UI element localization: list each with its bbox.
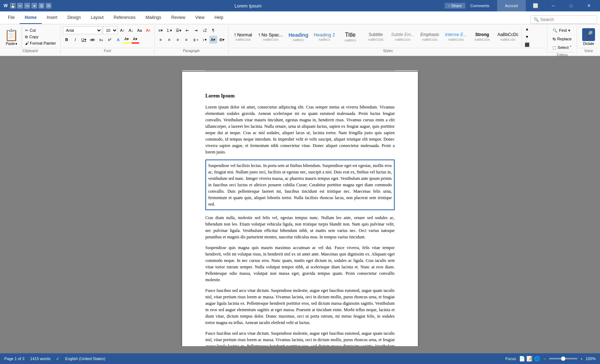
style-intense-em[interactable]: Intense E... AaBbCcDc <box>442 30 469 43</box>
text-highlight-button[interactable]: A▾ <box>123 36 131 44</box>
save-icon[interactable]: 💾 <box>10 3 16 9</box>
auto-save-icon[interactable]: ⟳ <box>46 3 51 9</box>
show-marks-button[interactable]: ¶ <box>209 26 217 34</box>
zoom-slider[interactable] <box>549 358 578 359</box>
styles-scroll-up[interactable]: ▲ <box>523 26 531 33</box>
tab-file[interactable]: File <box>3 11 20 24</box>
replace-icon: ⇆ <box>552 37 556 41</box>
user-account-icon[interactable]: Account <box>497 0 526 11</box>
web-layout-button[interactable]: 🌐 <box>534 356 540 362</box>
superscript-button[interactable]: x² <box>106 36 114 44</box>
align-left-button[interactable]: ≡ <box>157 36 165 44</box>
shading-button[interactable]: A▾ <box>209 36 217 44</box>
strikethrough-button[interactable]: ab <box>89 36 96 44</box>
read-mode-button[interactable]: 📄 <box>519 356 525 362</box>
styles-expand[interactable]: ⬛ <box>523 41 531 47</box>
line-spacing-button[interactable]: ↕▾ <box>201 36 209 44</box>
tab-layout[interactable]: Layout <box>86 11 109 24</box>
style-strong[interactable]: Strong AaBbCcDc <box>470 30 495 43</box>
replace-button[interactable]: ⇆ Replace <box>550 35 575 43</box>
search-box[interactable]: 🔍 <box>530 15 597 24</box>
style-title[interactable]: Title AaBbCc <box>338 30 363 44</box>
style-subtle-em[interactable]: Subtle Em... AaBbCcDc <box>389 30 417 43</box>
change-case-button[interactable]: Aa <box>136 26 144 34</box>
underline-button[interactable]: U▾ <box>80 36 88 44</box>
tab-references[interactable]: References <box>109 11 140 24</box>
subscript-button[interactable]: x₂ <box>97 36 105 44</box>
cut-button[interactable]: ✂ Cut <box>24 27 58 34</box>
italic-button[interactable]: I <box>71 36 79 44</box>
justify-button[interactable]: ≡ <box>182 36 190 44</box>
increase-font-button[interactable]: A↑ <box>119 26 126 34</box>
zoom-out-icon[interactable]: － <box>543 356 547 362</box>
font-group-label[interactable]: Font <box>63 48 152 54</box>
bold-button[interactable]: B <box>63 36 71 44</box>
style-heading2[interactable]: Heading 2 AaBbCc <box>311 30 338 44</box>
zoom-level[interactable]: 100% <box>586 357 596 361</box>
ribbon: File Home Insert Design Layout Reference… <box>0 11 600 56</box>
font-size-select[interactable]: 10.5 <box>103 26 118 34</box>
style-subtitle[interactable]: Subtitle AaBbCcDc <box>363 30 388 43</box>
editing-group-label[interactable]: Editing <box>550 52 575 58</box>
styles-scroll-down[interactable]: ▼ <box>523 33 531 41</box>
editing-group: 🔍 Find ▾ ⇆ Replace ⬚ Select ˅ Editing <box>548 26 577 54</box>
select-button[interactable]: ⬚ Select ˅ <box>550 44 575 51</box>
redo-icon[interactable]: ↪ <box>24 3 30 9</box>
ruler: | | | | | <box>182 70 418 71</box>
tab-review[interactable]: Review <box>166 11 190 24</box>
tab-home[interactable]: Home <box>20 11 41 24</box>
zoom-thumb[interactable] <box>561 357 565 361</box>
sort-button[interactable]: ↕Z <box>201 26 209 34</box>
proofing-icon[interactable]: ✓ <box>56 357 59 361</box>
share-button[interactable]: ↑ Share <box>445 3 465 9</box>
styles-group-label[interactable]: Styles <box>231 48 545 54</box>
tab-help[interactable]: Help <box>210 11 229 24</box>
print-layout-button[interactable]: 📝 <box>526 356 532 362</box>
zoom-in-icon[interactable]: ＋ <box>580 356 584 362</box>
clear-formatting-button[interactable]: Ax <box>144 26 152 34</box>
style-normal[interactable]: ¶ Normal AaBbCcDc <box>231 30 256 44</box>
tab-insert[interactable]: Insert <box>42 11 62 24</box>
decrease-indent-button[interactable]: ⇤ <box>184 26 191 34</box>
maximize-button[interactable]: □ <box>563 0 579 11</box>
bullets-button[interactable]: ≡▾ <box>157 26 165 34</box>
style-no-spacing[interactable]: ¶ No Spac... AaBbCcDc <box>256 30 286 44</box>
columns-button[interactable]: ⫼▾ <box>191 36 200 44</box>
multilevel-list-button[interactable]: ☰▾ <box>174 26 183 34</box>
comments-button[interactable]: Comments <box>467 3 493 9</box>
paragraph-5: Fusce faucibus sed arcu vitae dictum. Su… <box>205 287 395 326</box>
style-heading1[interactable]: Heading AaBbCc <box>286 30 311 44</box>
find-button[interactable]: 🔍 Find ▾ <box>550 26 575 34</box>
align-right-button[interactable]: ≡ <box>174 36 182 44</box>
text-effects-button[interactable]: A <box>114 36 122 44</box>
tab-design[interactable]: Design <box>62 11 86 24</box>
close-button[interactable]: ✕ <box>581 0 597 11</box>
language[interactable]: English (United States) <box>65 357 105 361</box>
format-painter-button[interactable]: 🖌 Format Painter <box>24 40 58 46</box>
tab-view[interactable]: View <box>190 11 210 24</box>
numbering-button[interactable]: 1.▾ <box>165 26 174 34</box>
copy-button[interactable]: ⧉ Copy <box>24 34 58 40</box>
dictate-button[interactable]: 🎤 Dictate <box>579 27 598 47</box>
paste-button[interactable]: 📋 Paste▾ <box>1 26 22 47</box>
borders-button[interactable]: ⊞▾ <box>218 36 226 44</box>
paragraph-group-label[interactable]: Paragraph <box>157 48 226 54</box>
style-extra[interactable]: AaBbCcDc AaBbCcDc <box>495 30 521 43</box>
touch-mode-icon[interactable]: ☰ <box>39 3 44 9</box>
decrease-font-button[interactable]: A↓ <box>127 26 135 34</box>
style-emphasis[interactable]: Emphasis AaBbCcDc <box>417 30 442 43</box>
increase-indent-button[interactable]: ⇥ <box>192 26 200 34</box>
font-color-button[interactable]: A▾ <box>131 36 139 44</box>
font-face-select[interactable]: Arial <box>63 26 102 34</box>
ribbon-display-icon[interactable]: ⬜ <box>527 0 544 11</box>
undo-icon[interactable]: ↩ <box>17 3 23 9</box>
align-center-button[interactable]: ≡ <box>165 36 173 44</box>
voice-group-label[interactable]: Voice <box>579 48 598 54</box>
paragraph-4: Suspendisse quis magna quis mauris maxim… <box>205 244 395 283</box>
search-input[interactable] <box>540 17 594 22</box>
tab-mailings[interactable]: Mailings <box>140 11 166 24</box>
customize-quick-access-icon[interactable]: ▾ <box>31 3 37 9</box>
focus-button[interactable]: Focus <box>505 357 516 361</box>
clipboard-group-label[interactable]: Clipboard <box>1 48 59 54</box>
minimize-button[interactable]: ─ <box>545 0 561 11</box>
